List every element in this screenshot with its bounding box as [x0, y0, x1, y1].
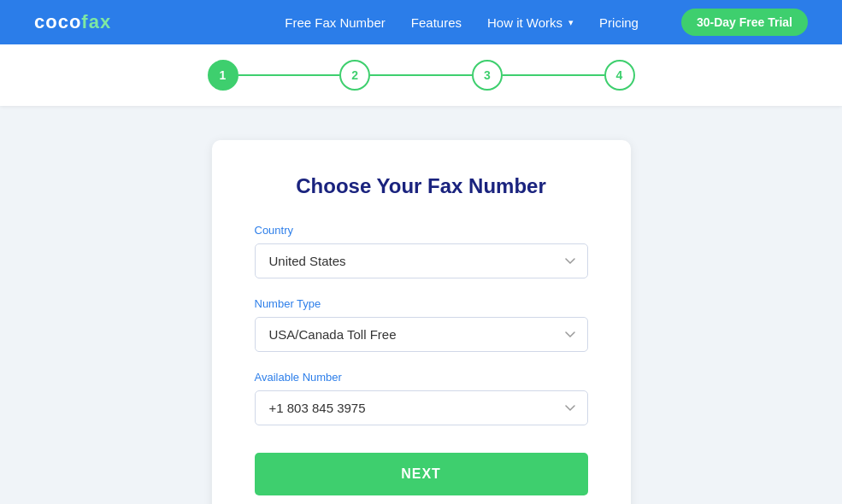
- progress-bar: 1 2 3 4: [208, 60, 635, 91]
- nav-how-it-works[interactable]: How it Works ▾: [487, 15, 574, 30]
- available-number-label: Available Number: [255, 371, 588, 384]
- nav-links: Free Fax Number Features How it Works ▾ …: [285, 9, 808, 36]
- step-3: 3: [472, 60, 503, 91]
- number-type-select[interactable]: USA/Canada Toll Free Local International: [255, 317, 588, 352]
- step-line-2: [370, 74, 472, 76]
- logo: cocofax: [34, 11, 111, 33]
- country-select[interactable]: United States Canada United Kingdom Aust…: [255, 243, 588, 278]
- available-number-group: Available Number +1 803 845 3975 +1 803 …: [255, 371, 588, 425]
- form-title: Choose Your Fax Number: [255, 174, 588, 198]
- country-group: Country United States Canada United King…: [255, 224, 588, 278]
- number-type-label: Number Type: [255, 297, 588, 310]
- number-type-group: Number Type USA/Canada Toll Free Local I…: [255, 297, 588, 352]
- country-label: Country: [255, 224, 588, 237]
- step-1: 1: [208, 60, 238, 91]
- step-4: 4: [604, 60, 635, 91]
- navbar: cocofax Free Fax Number Features How it …: [0, 0, 842, 44]
- nav-features[interactable]: Features: [411, 15, 462, 30]
- form-card: Choose Your Fax Number Country United St…: [212, 140, 631, 504]
- trial-button[interactable]: 30-Day Free Trial: [681, 9, 808, 36]
- step-line-3: [503, 74, 604, 76]
- step-2: 2: [339, 60, 370, 91]
- nav-pricing[interactable]: Pricing: [599, 15, 639, 30]
- progress-section: 1 2 3 4: [0, 44, 842, 106]
- available-number-select[interactable]: +1 803 845 3975 +1 803 845 3976 +1 803 8…: [255, 390, 588, 425]
- chevron-down-icon: ▾: [568, 17, 574, 28]
- main-content: Choose Your Fax Number Country United St…: [0, 106, 842, 504]
- next-button[interactable]: NEXT: [255, 453, 588, 495]
- step-line-1: [238, 74, 340, 76]
- nav-free-fax-number[interactable]: Free Fax Number: [285, 15, 386, 30]
